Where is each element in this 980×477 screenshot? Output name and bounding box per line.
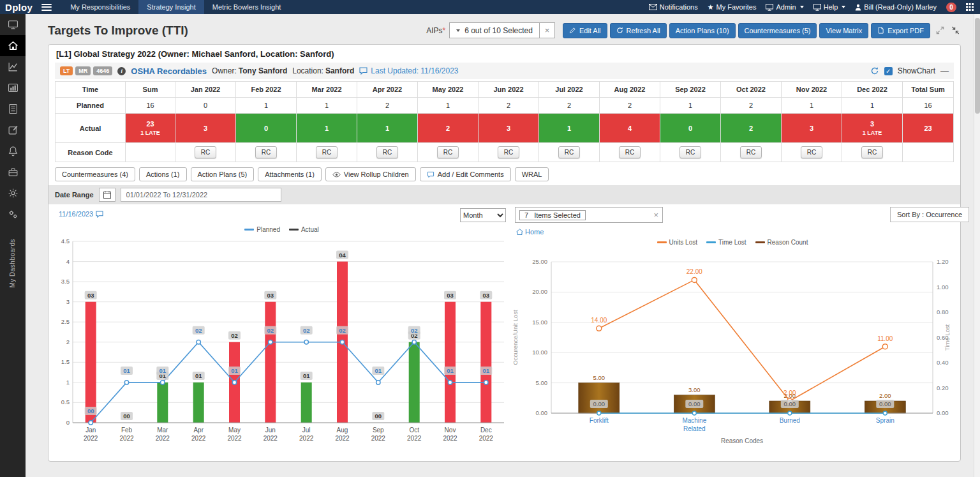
action-plans-5-button[interactable]: Action Plans (5) [191, 167, 255, 181]
actual-cell[interactable]: 2 [418, 114, 479, 143]
sidebar-item-report-chart[interactable] [0, 77, 26, 98]
sidebar-item-services[interactable] [0, 204, 26, 225]
actual-cell[interactable]: 31 LATE [842, 114, 903, 143]
actual-cell[interactable]: 23 [903, 114, 954, 143]
admin-menu[interactable]: Admin [766, 3, 803, 11]
actual-cell[interactable]: 1 [357, 114, 418, 143]
aips-dropdown[interactable]: 6 out of 10 Selected [449, 22, 540, 38]
legend-item-planned: Planned [244, 226, 280, 233]
late-note: 1 LATE [843, 130, 901, 136]
svg-text:03: 03 [447, 292, 454, 299]
page-header: Targets To Improve (TTI) AIPs* 6 out of … [26, 14, 980, 44]
sidebar-item-alerts[interactable] [0, 140, 26, 162]
export-pdf-button[interactable]: Export PDF [871, 23, 930, 38]
add-edit-comments-button[interactable]: Add / Edit Comments [420, 167, 511, 181]
view-matrix-button[interactable]: View Matrix [819, 23, 868, 38]
sidebar-item-edit[interactable] [0, 119, 26, 140]
sidebar-item-toolbox[interactable] [0, 162, 26, 183]
reason-code-button[interactable]: RC [801, 146, 822, 158]
last-updated-link[interactable]: Last Updated: 11/16/2023 [359, 66, 458, 75]
svg-text:Apr: Apr [193, 427, 204, 434]
reason-code-button[interactable]: RC [376, 146, 398, 158]
actions-1-button[interactable]: Actions (1) [139, 167, 187, 181]
user-menu[interactable]: Bill (Read-Only) Marley [855, 3, 937, 11]
legend-swatch [657, 241, 667, 243]
scrollbar-thumb[interactable] [975, 18, 980, 114]
action-plans-10-button[interactable]: Action Plans (10) [669, 23, 736, 38]
legend-item-reason-count: Reason Count [755, 239, 808, 246]
reason-code-button[interactable]: RC [861, 146, 883, 158]
edit-all-button[interactable]: Edit All [563, 23, 607, 38]
expand-all-icon[interactable] [935, 25, 946, 36]
actual-cell[interactable]: 1 [297, 114, 357, 143]
reason-code-button[interactable]: RC [740, 146, 762, 158]
attachments-1-button[interactable]: Attachments (1) [258, 167, 322, 181]
legend-item-time-lost: Time Lost [706, 239, 746, 246]
reason-code-button[interactable]: RC [619, 146, 641, 158]
menu-toggle-icon[interactable] [41, 4, 52, 11]
favorites-link[interactable]: ★ My Favorites [708, 3, 757, 11]
countermeasures-4-button[interactable]: Countermeasures (4) [55, 167, 135, 181]
show-chart-checkbox[interactable]: ✓ [884, 67, 893, 75]
countermeasures-5-button[interactable]: Countermeasures (5) [738, 23, 817, 38]
reason-code-button[interactable]: RC [558, 146, 580, 158]
app-grid-icon[interactable] [966, 3, 974, 11]
actual-cell[interactable]: 0 [236, 114, 297, 143]
refresh-icon[interactable] [870, 66, 879, 75]
interval-select[interactable]: Month [460, 208, 506, 222]
sidebar-item-line-chart[interactable] [0, 56, 26, 77]
aips-clear-button[interactable]: × [540, 22, 555, 38]
view-rollup-children-button[interactable]: View Rollup Children [325, 167, 416, 181]
sidebar-item-home[interactable] [0, 35, 26, 56]
help-menu[interactable]: Help [813, 3, 846, 11]
collapse-all-icon[interactable] [950, 25, 961, 36]
tti-trend-chart-area: 11/16/2023 Month PlannedActual 00.511.52… [54, 207, 510, 461]
sidebar-item-settings[interactable] [0, 183, 26, 204]
app-logo[interactable]: Dploy [0, 2, 38, 13]
house-icon [516, 229, 523, 235]
svg-text:04: 04 [339, 252, 346, 259]
actual-cell[interactable]: 2 [721, 114, 782, 143]
reason-items-dropdown[interactable]: 7 Items Selected × [515, 207, 663, 223]
refresh-all-button[interactable]: Refresh All [610, 23, 667, 38]
actual-cell[interactable]: 3 [479, 114, 539, 143]
reason-code-button[interactable]: RC [255, 146, 277, 158]
sidebar-item-list[interactable] [0, 98, 26, 119]
reason-pareto-chart-area: 7 Items Selected × Home Sort By : Occurr… [510, 207, 955, 461]
vertical-scrollbar[interactable] [974, 14, 980, 477]
reason-code-button[interactable]: RC [679, 146, 701, 158]
actual-cell[interactable]: 0 [660, 114, 721, 143]
svg-text:00: 00 [123, 413, 130, 420]
reason-code-button[interactable]: RC [498, 146, 519, 158]
home-link[interactable]: Home [516, 228, 544, 236]
notification-count-badge[interactable]: 0 [946, 3, 956, 12]
clear-selection-icon[interactable]: × [653, 210, 658, 220]
chart-date-link[interactable]: 11/16/2023 [59, 210, 103, 218]
notifications-link[interactable]: Notifications [649, 3, 698, 11]
actual-cell[interactable]: 3 [175, 114, 236, 143]
svg-text:Mar: Mar [157, 427, 168, 434]
date-range-input[interactable] [121, 188, 281, 202]
nav-tab-strategy-insight[interactable]: Strategy Insight [138, 0, 204, 14]
metric-name-link[interactable]: OSHA Recordables [131, 66, 207, 76]
calendar-button[interactable] [99, 188, 115, 202]
info-icon[interactable]: i [117, 67, 126, 75]
svg-text:0.00: 0.00 [784, 400, 796, 407]
sort-by-dropdown[interactable]: Sort By : Occurrence [890, 207, 969, 222]
svg-text:22.00: 22.00 [687, 268, 702, 275]
reason-code-button[interactable]: RC [195, 146, 216, 158]
wral-button[interactable]: WRAL [515, 167, 549, 181]
main-content: Targets To Improve (TTI) AIPs* 6 out of … [26, 14, 980, 477]
actual-cell[interactable]: 231 LATE [126, 114, 175, 143]
actual-cell[interactable]: 4 [600, 114, 660, 143]
nav-tab-my-responsibilities[interactable]: My Responsibilities [62, 0, 138, 14]
reason-code-button[interactable]: RC [316, 146, 338, 158]
actual-cell[interactable]: 1 [539, 114, 600, 143]
sidebar-item-dashboard-monitor[interactable] [0, 14, 26, 35]
reason-code-button[interactable]: RC [437, 146, 459, 158]
toolbar-buttons: Edit AllRefresh AllAction Plans (10)Coun… [560, 23, 930, 38]
nav-tab-metric-bowlers-insight[interactable]: Metric Bowlers Insight [204, 0, 290, 14]
actual-cell[interactable]: 3 [782, 114, 842, 143]
legend-swatch [706, 241, 716, 243]
collapse-panel-icon[interactable]: — [940, 68, 949, 74]
